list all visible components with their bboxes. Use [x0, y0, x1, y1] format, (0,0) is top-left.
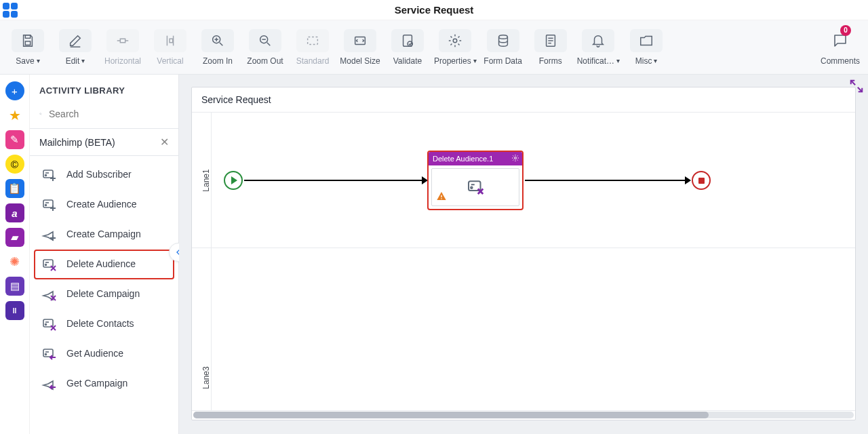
apps-launcher-icon[interactable]	[3, 3, 18, 18]
start-node[interactable]	[224, 171, 243, 190]
rail-messages-icon[interactable]: ▤	[5, 277, 24, 296]
activity-group-header[interactable]: Mailchimp (BETA) ✕	[30, 129, 178, 156]
comments-count-badge: 0	[840, 25, 851, 36]
main-area: + ★ ✎ © 📋 a ▰ ✺ ▤ II ACTIVITY LIBRARY Ma…	[0, 75, 868, 434]
svg-rect-3	[120, 39, 125, 43]
activity-item-label: Get Campaign	[66, 378, 127, 389]
svg-rect-28	[43, 170, 53, 178]
activity-item[interactable]: Delete Audience	[34, 250, 174, 279]
activity-type-icon	[41, 226, 58, 243]
activity-item-label: Create Campaign	[66, 229, 141, 239]
close-group-button[interactable]: ✕	[160, 136, 169, 149]
activity-item[interactable]: Get Audience	[34, 339, 174, 369]
activity-item-label: Add Subscriber	[66, 170, 132, 180]
zoom-in-icon	[201, 29, 234, 52]
end-node[interactable]	[692, 171, 711, 190]
rail-favorites-icon[interactable]: ★	[5, 106, 24, 125]
svg-point-49	[45, 324, 47, 326]
zoom-out-button[interactable]: Zoom Out	[244, 29, 286, 66]
validate-icon	[391, 29, 424, 52]
horizontal-scrollbar[interactable]	[193, 412, 854, 418]
activity-type-icon	[41, 316, 58, 332]
canvas-title: Service Request	[192, 87, 855, 113]
rail-add-button[interactable]: +	[5, 81, 24, 100]
chevron-down-icon: ▾	[81, 57, 85, 64]
forms-button[interactable]: Forms	[530, 29, 572, 66]
svg-point-62	[471, 186, 473, 189]
toolbar-label: Forms	[539, 56, 562, 66]
standard-button: Standard	[292, 29, 334, 66]
svg-point-54	[45, 354, 47, 355]
misc-button[interactable]: Misc ▾	[625, 29, 667, 66]
svg-point-59	[515, 157, 517, 159]
vertical-button: Vertical	[149, 29, 191, 66]
rail-clipboard-icon[interactable]: 📋	[5, 179, 24, 198]
flow-edge[interactable]	[525, 180, 686, 181]
page-title: Service Request	[18, 4, 850, 16]
form-data-icon	[487, 29, 519, 52]
activity-item-label: Create Audience	[66, 199, 137, 210]
vertical-icon	[154, 29, 186, 52]
panel-title: ACTIVITY LIBRARY	[30, 75, 178, 104]
toolbar-label: Properties ▾	[434, 56, 477, 66]
comments-label: Comments	[821, 56, 860, 66]
rail-edit-icon[interactable]: ✎	[5, 130, 24, 149]
activity-item[interactable]: Add Subscriber	[34, 160, 174, 190]
standard-icon	[296, 29, 329, 52]
rail-folder-icon[interactable]: ▰	[5, 228, 24, 247]
lane-label: Lane1	[201, 169, 211, 191]
activity-library-panel: ACTIVITY LIBRARY Mailchimp (BETA) ✕ Add …	[30, 75, 179, 434]
activity-item[interactable]: Delete Contacts	[34, 309, 174, 339]
properties-icon	[439, 29, 471, 52]
form-data-button[interactable]: Form Data	[482, 29, 524, 66]
swimlane: Lane1 Delete Audience.1	[192, 113, 855, 248]
swimlane: Lane3	[192, 248, 855, 411]
activity-items-list: Add SubscriberCreate AudienceCreate Camp…	[30, 156, 178, 434]
comments-button[interactable]: 0 Comments	[819, 29, 861, 66]
activity-item[interactable]: Create Audience	[34, 190, 174, 220]
activity-type-icon	[41, 346, 58, 362]
save-button[interactable]: Save ▾	[7, 29, 49, 66]
rail-mailchimp-icon[interactable]: ©	[5, 155, 24, 174]
notifications-button[interactable]: Notificat… ▾	[577, 29, 620, 66]
zoom-in-button[interactable]: Zoom In	[197, 29, 239, 66]
svg-rect-66	[441, 198, 441, 199]
validate-button[interactable]: Validate	[387, 29, 429, 66]
horizontal-icon	[106, 29, 139, 52]
toolbar-label: Horizontal	[104, 56, 141, 66]
activity-node-delete-audience[interactable]: Delete Audience.1	[427, 151, 524, 210]
svg-rect-0	[25, 35, 30, 38]
lane-body[interactable]	[211, 248, 855, 410]
main-toolbar: Save ▾Edit ▾HorizontalVerticalZoom InZoo…	[0, 20, 868, 75]
forms-icon	[534, 29, 567, 52]
search-icon	[39, 108, 42, 120]
rail-templates-icon[interactable]: II	[5, 301, 24, 320]
toolbar-label: Notificat… ▾	[577, 56, 620, 66]
activity-item-label: Delete Campaign	[66, 289, 140, 299]
activity-item[interactable]: Get Campaign	[34, 369, 174, 399]
activity-node-header: Delete Audience.1	[429, 152, 522, 165]
toolbar-label: Vertical	[157, 56, 183, 66]
properties-button[interactable]: Properties ▾	[434, 29, 477, 66]
rail-hubspot-icon[interactable]: ✺	[5, 252, 24, 271]
toolbar-label: Validate	[393, 56, 422, 66]
activity-item[interactable]: Delete Campaign	[34, 279, 174, 309]
model-size-button[interactable]: Model Size	[339, 29, 381, 66]
svg-line-14	[267, 42, 271, 45]
activity-type-icon	[41, 286, 58, 302]
edit-button[interactable]: Edit ▾	[54, 29, 96, 66]
toolbar-label: Save ▾	[16, 56, 39, 66]
rail-analytics-icon[interactable]: a	[5, 203, 24, 222]
svg-line-27	[41, 115, 42, 115]
activity-item[interactable]: Create Campaign	[34, 220, 174, 250]
gear-icon[interactable]	[511, 154, 519, 162]
flow-edge[interactable]	[244, 180, 423, 181]
process-canvas[interactable]: Service Request Lane1 Delete Audience.1	[191, 87, 856, 420]
notifications-icon	[582, 29, 614, 52]
activity-node-body	[431, 168, 519, 206]
zoom-out-icon	[249, 29, 281, 52]
activity-item-label: Delete Contacts	[66, 319, 134, 329]
lane-body[interactable]: Delete Audience.1	[211, 113, 855, 248]
svg-point-42	[45, 264, 47, 266]
search-input[interactable]	[47, 108, 169, 120]
